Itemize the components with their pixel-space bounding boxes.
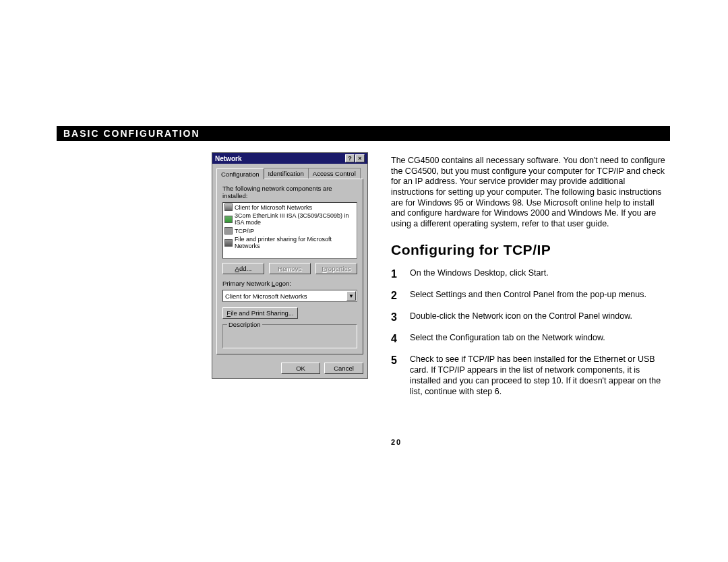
close-icon[interactable]: × — [355, 154, 365, 162]
remove-button: Remove — [269, 263, 311, 274]
page-number: 20 — [391, 438, 402, 446]
chevron-down-icon[interactable]: ▼ — [346, 291, 356, 301]
section-banner: BASIC CONFIGURATION — [57, 126, 670, 141]
primary-logon-label: Primary Network Logon: — [222, 280, 357, 287]
dialog-titlebar: Network ? × — [212, 153, 367, 164]
tab-identification[interactable]: Identification — [264, 168, 309, 179]
properties-button: Properties — [315, 263, 357, 274]
step-text: On the Windows Desktop, click Start. — [410, 268, 549, 281]
help-icon[interactable]: ? — [345, 154, 355, 162]
tab-panel-configuration: The following network components are ins… — [216, 179, 363, 354]
primary-logon-value: Client for Microsoft Networks — [225, 292, 307, 300]
intro-paragraph: The CG4500 contains all necessary softwa… — [391, 156, 667, 229]
step-item: 1On the Windows Desktop, click Start. — [391, 268, 667, 281]
step-item: 4Select the Configuration tab on the Net… — [391, 332, 667, 346]
step-text: Check to see if TCP/IP has been installe… — [410, 354, 667, 398]
client-icon — [224, 204, 233, 211]
description-groupbox: Description — [222, 324, 357, 348]
section-heading: Configuring for TCP/IP — [391, 241, 667, 259]
file-print-sharing-button[interactable]: File and Print Sharing... — [222, 307, 298, 319]
step-number: 5 — [391, 354, 399, 398]
steps-list: 1On the Windows Desktop, click Start. 2S… — [391, 268, 667, 398]
dialog-title: Network — [215, 155, 241, 162]
add-button[interactable]: Add... — [222, 263, 264, 274]
list-item[interactable]: 3Com EtherLink III ISA (3C509/3C509b) in… — [223, 212, 357, 226]
tab-access-control[interactable]: Access Control — [308, 168, 361, 179]
service-icon — [224, 239, 233, 247]
step-item: 5Check to see if TCP/IP has been install… — [391, 354, 667, 398]
step-number: 3 — [391, 311, 399, 324]
tab-configuration[interactable]: Configuration — [216, 168, 264, 179]
ok-button[interactable]: OK — [281, 363, 320, 374]
adapter-icon — [224, 216, 233, 223]
protocol-icon — [224, 227, 233, 235]
step-text: Select the Configuration tab on the Netw… — [410, 332, 605, 346]
step-number: 1 — [391, 268, 399, 281]
list-item[interactable]: TCP/IP — [223, 226, 357, 235]
main-content: The CG4500 contains all necessary softwa… — [391, 156, 667, 406]
network-dialog-screenshot: Network ? × Configuration Identification… — [212, 152, 368, 379]
list-item[interactable]: Client for Microsoft Networks — [223, 203, 357, 212]
tab-strip: Configuration Identification Access Cont… — [216, 168, 363, 179]
step-number: 4 — [391, 332, 399, 346]
components-label: The following network components are ins… — [222, 185, 357, 199]
step-text: Select Settings and then Control Panel f… — [410, 289, 646, 303]
components-listbox[interactable]: Client for Microsoft Networks 3Com Ether… — [222, 202, 357, 259]
step-item: 2Select Settings and then Control Panel … — [391, 289, 667, 303]
add-rest: dd... — [239, 265, 252, 272]
list-item[interactable]: File and printer sharing for Microsoft N… — [223, 235, 357, 250]
step-item: 3Double-click the Network icon on the Co… — [391, 311, 667, 324]
description-label: Description — [227, 321, 262, 328]
step-number: 2 — [391, 289, 399, 303]
step-text: Double-click the Network icon on the Con… — [410, 311, 632, 324]
cancel-button[interactable]: Cancel — [324, 363, 363, 374]
primary-logon-dropdown[interactable]: Client for Microsoft Networks ▼ — [222, 290, 357, 302]
